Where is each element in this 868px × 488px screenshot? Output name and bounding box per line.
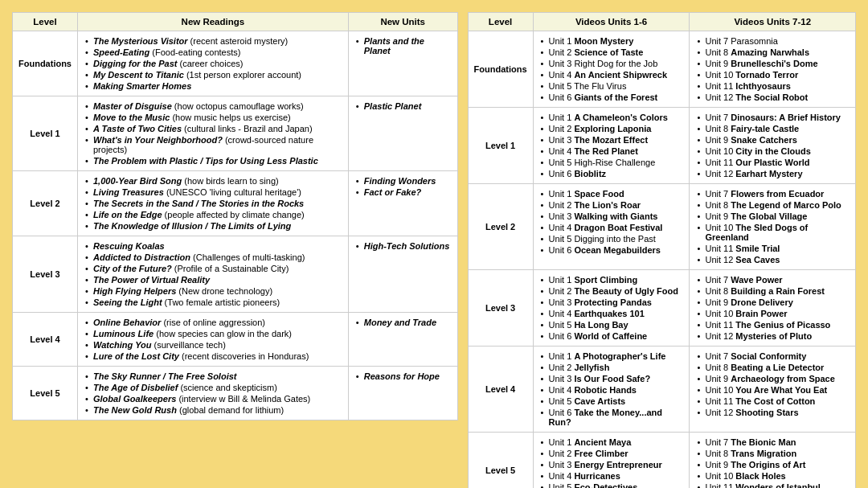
units-1-6-cell: Unit 1 Sport ClimbingUnit 2 The Beauty o… <box>533 270 690 347</box>
list-item: Unit 2 Jellyfish <box>539 362 684 373</box>
list-item: A Taste of Two Cities (cultural links - … <box>84 123 342 134</box>
list-item: Unit 4 Dragon Boat Festival <box>539 222 684 233</box>
list-item: Rescuing Koalas <box>84 240 342 252</box>
left-header-units: New Units <box>348 13 457 31</box>
units-cell: Plants and the Planet <box>348 31 457 96</box>
list-item: Unit 7 Dinosaurs: A Brief History <box>695 112 850 123</box>
right-header-units1: Videos Units 1-6 <box>533 13 690 31</box>
list-item: Unit 12 Shooting Stars <box>695 407 850 418</box>
list-item: Unit 9 Snake Catchers <box>695 134 850 146</box>
list-item: Unit 4 An Ancient Shipwreck <box>539 69 684 80</box>
list-item: Unit 11 Ichthyosaurs <box>695 80 850 92</box>
level-cell: Foundations <box>13 31 78 96</box>
list-item: Life on the Edge (people affected by cli… <box>84 209 342 220</box>
list-item: Unit 1 Moon Mystery <box>539 35 684 47</box>
list-item: Unit 3 Is Our Food Safe? <box>539 373 684 384</box>
main-container: Level New Readings New Units Foundations… <box>12 12 856 488</box>
list-item: Luminous Life (how species can glow in t… <box>84 328 342 339</box>
list-item: Unit 1 Ancient Maya <box>539 437 684 448</box>
list-item: Unit 3 Walking with Giants <box>539 211 684 222</box>
list-item: Finding Wonders <box>354 175 452 187</box>
list-item: Unit 6 World of Caffeine <box>539 330 684 342</box>
list-item: Unit 5 High-Rise Challenge <box>539 157 684 168</box>
list-item: City of the Future? (Profile of a Sustai… <box>84 263 342 274</box>
left-table: Level New Readings New Units Foundations… <box>12 12 458 420</box>
units-cell: High-Tech Solutions <box>348 236 457 313</box>
list-item: Unit 3 The Mozart Effect <box>539 134 684 146</box>
list-item: Unit 10 Brain Power <box>695 308 850 319</box>
left-header-readings: New Readings <box>78 13 349 31</box>
units-1-6-cell: Unit 1 A Chameleon's ColorsUnit 2 Explor… <box>533 108 690 184</box>
list-item: Making Smarter Homes <box>84 80 342 92</box>
list-item: High-Tech Solutions <box>354 240 452 252</box>
list-item: Unit 2 The Lion's Roar <box>539 199 684 211</box>
list-item: Unit 6 Giants of the Forest <box>539 92 684 103</box>
list-item: Unit 10 Black Holes <box>695 470 850 482</box>
list-item: The Secrets in the Sand / The Stories in… <box>84 198 342 209</box>
units-1-6-cell: Unit 1 A Photographer's LifeUnit 2 Jelly… <box>533 347 690 433</box>
readings-cell: 1,000-Year Bird Song (how birds learn to… <box>78 171 349 236</box>
units-1-6-cell: Unit 1 Space FoodUnit 2 The Lion's RoarU… <box>533 184 690 270</box>
units-cell: Finding WondersFact or Fake? <box>348 171 457 236</box>
units-7-12-cell: Unit 7 The Bionic ManUnit 8 Trans Migrat… <box>690 433 856 489</box>
list-item: Unit 10 City in the Clouds <box>695 146 850 157</box>
list-item: Global Goalkeepers (interview w Bill & M… <box>84 393 342 404</box>
list-item: Unit 11 Smile Trial <box>695 243 850 254</box>
list-item: The Knowledge of Illusion / The Limits o… <box>84 220 342 232</box>
list-item: Unit 5 Eco-Detectives <box>539 482 684 488</box>
list-item: Unit 4 Hurricanes <box>539 470 684 482</box>
list-item: Plastic Planet <box>354 100 452 112</box>
list-item: 1,000-Year Bird Song (how birds learn to… <box>84 175 342 187</box>
units-1-6-cell: Unit 1 Moon MysteryUnit 2 Science of Tas… <box>533 31 690 108</box>
list-item: Money and Trade <box>354 317 452 328</box>
list-item: Unit 3 Protecting Pandas <box>539 297 684 308</box>
list-item: The Mysterious Visitor (recent asteroid … <box>84 35 342 47</box>
units-cell: Money and Trade <box>348 313 457 367</box>
list-item: Unit 2 Free Climber <box>539 448 684 459</box>
level-cell: Level 1 <box>468 108 533 184</box>
list-item: Unit 2 Science of Taste <box>539 47 684 58</box>
list-item: Unit 7 Flowers from Ecuador <box>695 188 850 199</box>
level-cell: Level 5 <box>468 433 533 489</box>
right-table: Level Videos Units 1-6 Videos Units 7-12… <box>468 12 856 488</box>
units-7-12-cell: Unit 7 Dinosaurs: A Brief HistoryUnit 8 … <box>690 108 856 184</box>
right-header-units2: Videos Units 7-12 <box>690 13 856 31</box>
list-item: Speed-Eating (Food-eating contests) <box>84 47 342 58</box>
list-item: Unit 10 You Are What You Eat <box>695 384 850 396</box>
list-item: Unit 9 Brunelleschi's Dome <box>695 58 850 69</box>
list-item: Digging for the Past (career choices) <box>84 58 342 69</box>
list-item: Seeing the Light (Two female artistic pi… <box>84 297 342 308</box>
list-item: Unit 1 Space Food <box>539 188 684 199</box>
list-item: Reasons for Hope <box>354 371 452 382</box>
readings-cell: Master of Disguise (how octopus camoufla… <box>78 96 349 171</box>
list-item: Move to the Music (how music helps us ex… <box>84 112 342 123</box>
units-7-12-cell: Unit 7 ParasomniaUnit 8 Amazing Narwhals… <box>690 31 856 108</box>
right-header-level: Level <box>468 13 533 31</box>
list-item: Unit 8 Trans Migration <box>695 448 850 459</box>
list-item: Unit 11 Wonders of Istanbul <box>695 482 850 488</box>
level-cell: Foundations <box>468 31 533 108</box>
list-item: My Descent to Titanic (1st person explor… <box>84 69 342 80</box>
list-item: Unit 10 Tornado Terror <box>695 69 850 80</box>
list-item: Unit 9 The Origins of Art <box>695 459 850 470</box>
list-item: The New Gold Rush (global demand for lit… <box>84 404 342 416</box>
units-7-12-cell: Unit 7 Flowers from EcuadorUnit 8 The Le… <box>690 184 856 270</box>
list-item: The Problem with Plastic / Tips for Usin… <box>84 155 342 166</box>
list-item: Unit 7 Social Conformity <box>695 351 850 362</box>
list-item: Unit 1 Sport Climbing <box>539 274 684 285</box>
list-item: The Age of Disbelief (science and skepti… <box>84 382 342 393</box>
readings-cell: The Sky Runner / The Free SoloistThe Age… <box>78 367 349 420</box>
left-header-level: Level <box>13 13 78 31</box>
list-item: The Sky Runner / The Free Soloist <box>84 371 342 382</box>
list-item: Unit 10 The Sled Dogs of Greenland <box>695 222 850 243</box>
list-item: Unit 3 Right Dog for the Job <box>539 58 684 69</box>
list-item: Plants and the Planet <box>354 35 452 56</box>
list-item: Unit 5 The Flu Virus <box>539 80 684 92</box>
list-item: Unit 6 Bioblitz <box>539 168 684 179</box>
list-item: Unit 4 Robotic Hands <box>539 384 684 396</box>
level-cell: Level 1 <box>13 96 78 171</box>
level-cell: Level 5 <box>13 367 78 420</box>
list-item: Online Behavior (rise of online aggressi… <box>84 317 342 328</box>
list-item: Unit 9 Archaeology from Space <box>695 373 850 384</box>
list-item: Unit 11 The Cost of Cotton <box>695 396 850 407</box>
